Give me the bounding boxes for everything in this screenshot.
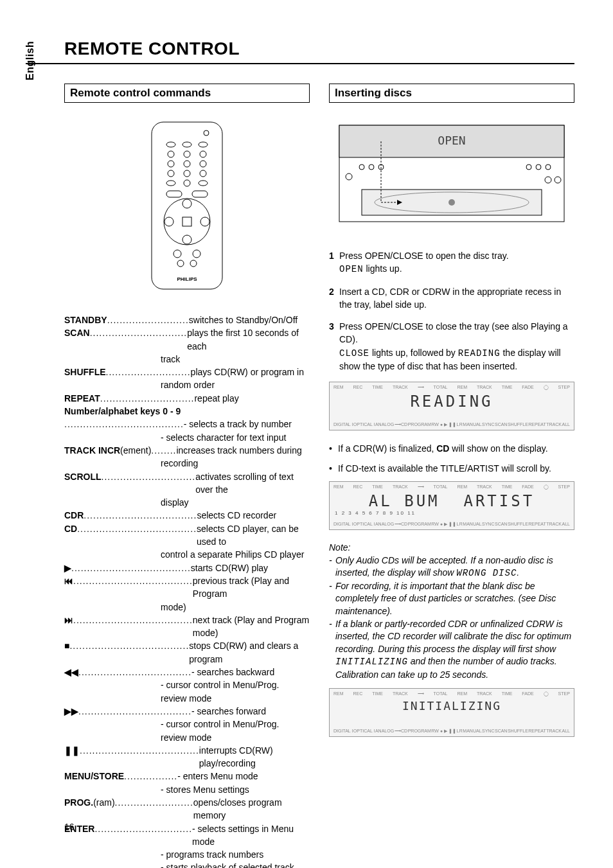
svg-point-14 (166, 181, 175, 186)
command-desc: previous track (Play and Program (193, 574, 310, 601)
command-desc: - searches backward (191, 666, 310, 678)
command-symbol: ▶▶ (64, 705, 78, 718)
svg-point-44 (555, 177, 561, 183)
command-row: PROG.(ram) .........................open… (64, 796, 310, 822)
steps-list: 1Press OPEN/CLOSE to open the disc tray.… (329, 249, 574, 373)
command-desc: - searches forward (191, 705, 310, 718)
command-row: display (64, 496, 310, 509)
step-number: 2 (329, 285, 339, 312)
svg-rect-17 (166, 191, 182, 197)
command-row: - cursor control in Menu/Prog. (64, 718, 310, 731)
svg-point-40 (526, 164, 531, 170)
step-body: Press OPEN/CLOSE to close the tray (see … (339, 320, 574, 373)
command-term: SHUFFLE (64, 366, 106, 378)
svg-point-28 (190, 260, 197, 267)
svg-point-15 (184, 180, 190, 186)
command-term: PROG. (64, 796, 93, 822)
command-row: recording (64, 457, 310, 470)
svg-point-2 (166, 142, 175, 147)
command-desc: - selects settings in Menu mode (192, 822, 310, 849)
svg-point-27 (177, 260, 184, 267)
note-item: For recording, it is important that the … (329, 580, 574, 618)
command-symbol: ❚❚ (64, 744, 80, 770)
command-row: mode) (64, 601, 310, 614)
command-term: TRACK INCR (64, 444, 120, 457)
command-row: Number/alphabet keys 0 - 9 (64, 405, 310, 418)
svg-rect-18 (192, 191, 208, 197)
command-symbol: ⏮ (64, 574, 73, 601)
bullet-item: If CD-text is available the TITLE/ARTIST… (329, 462, 574, 475)
lcd-album-artist: REMRECTIMETRACK⟶TOTALREMTRACKTIMEFADE◯ST… (329, 481, 574, 530)
svg-point-26 (193, 250, 200, 258)
step: 3Press OPEN/CLOSE to close the tray (see… (329, 320, 574, 373)
svg-point-8 (168, 161, 174, 167)
svg-point-41 (536, 164, 541, 170)
svg-point-37 (359, 164, 364, 170)
remote-icon: PHILIPS (148, 119, 226, 292)
remote-commands-heading: Remote control commands (64, 84, 310, 103)
step-body: Press OPEN/CLOSE to open the disc tray.O… (339, 249, 574, 276)
command-symbol: ▶ (64, 562, 71, 574)
command-row: ▶▶....................................- … (64, 705, 310, 718)
command-term: CD (64, 522, 77, 549)
command-term: SCAN (64, 326, 90, 353)
command-row: REPEAT..............................repe… (64, 392, 310, 405)
command-row: ◀◀....................................- … (64, 666, 310, 678)
command-term: MENU/STORE (64, 770, 124, 783)
command-symbol: ■ (64, 639, 69, 666)
command-term: REPEAT (64, 392, 100, 405)
command-desc: switches to Standby/On/Off (189, 314, 310, 326)
command-row: review mode (64, 731, 310, 744)
svg-point-5 (168, 151, 174, 157)
svg-point-35 (449, 199, 455, 206)
command-desc: plays the first 10 seconds of each (187, 326, 310, 353)
svg-rect-24 (182, 217, 191, 226)
command-row: CD......................................… (64, 522, 310, 549)
command-row: ❚❚......................................… (64, 744, 310, 770)
command-desc: plays CD(RW) or program in (191, 366, 310, 378)
note-item: Only Audio CDs will be accepted. If a no… (329, 554, 574, 580)
command-row: - stores Menu settings (64, 783, 310, 796)
command-row: STANDBY..........................switche… (64, 314, 310, 326)
svg-point-3 (182, 142, 191, 147)
command-row: ⏮......................................p… (64, 574, 310, 601)
step-number: 1 (329, 249, 339, 276)
svg-point-21 (182, 235, 191, 244)
command-list: STANDBY..........................switche… (64, 314, 310, 868)
step: 2Insert a CD, CDR or CDRW in the appropr… (329, 285, 574, 312)
command-desc: interrupts CD(RW) play/recording (199, 744, 310, 770)
step: 1Press OPEN/CLOSE to open the disc tray.… (329, 249, 574, 276)
command-row: random order (64, 378, 310, 391)
command-row: MENU/STORE .................- enters Men… (64, 770, 310, 783)
svg-point-25 (173, 250, 181, 258)
command-row: track (64, 353, 310, 366)
svg-point-9 (184, 161, 190, 167)
command-desc: activates scrolling of text over the (195, 470, 310, 497)
command-row: SCAN...............................plays… (64, 326, 310, 353)
command-row: CDR....................................s… (64, 509, 310, 522)
page-number: 16 (64, 822, 75, 832)
note-item: If a blank or partly-recorded CDR or unf… (329, 618, 574, 682)
step-body: Insert a CD, CDR or CDRW in the appropri… (339, 285, 574, 312)
svg-point-11 (168, 170, 174, 177)
svg-point-7 (200, 151, 206, 157)
command-row: ⏭......................................n… (64, 614, 310, 640)
svg-point-36 (346, 173, 352, 180)
right-column: Inserting discs OPEN (329, 84, 574, 868)
command-term: CDR (64, 509, 84, 522)
svg-point-38 (369, 164, 374, 170)
lcd-main-text: AL BUM ARTIST (330, 492, 574, 510)
lcd-initializing: REMRECTIMETRACK⟶TOTALREMTRACKTIMEFADE◯ST… (329, 688, 574, 737)
svg-point-22 (164, 217, 173, 226)
svg-point-13 (200, 170, 206, 177)
command-row: review mode (64, 692, 310, 705)
command-desc: selects CD recorder (197, 509, 310, 522)
command-row: SCROLL..............................acti… (64, 470, 310, 497)
command-row: ▶......................................s… (64, 562, 310, 574)
page-title: REMOTE CONTROL (64, 39, 574, 59)
remote-diagram: PHILIPS (64, 109, 310, 302)
command-desc: starts CD(RW) play (191, 562, 310, 574)
command-desc: selects CD player, can be used to (197, 522, 310, 549)
command-desc: - enters Menu mode (177, 770, 310, 783)
title-rule (26, 63, 574, 64)
